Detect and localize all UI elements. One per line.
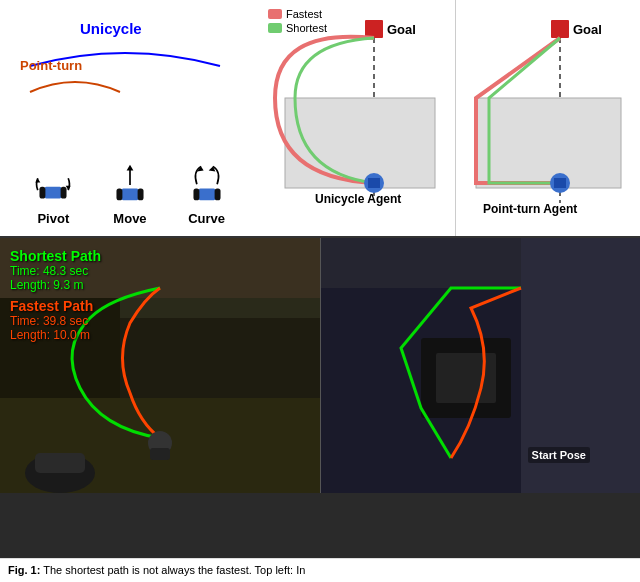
caption-text: The shortest path is not always the fast… (43, 564, 305, 576)
photo-right-svg (321, 238, 640, 493)
svg-text:Point-turn Agent: Point-turn Agent (483, 202, 577, 216)
svg-rect-37 (35, 453, 85, 473)
svg-rect-11 (193, 188, 199, 200)
curve-arrows-icon (185, 163, 229, 207)
left-diagram: Unicycle Point-turn (0, 0, 260, 236)
svg-rect-5 (122, 188, 139, 200)
svg-rect-42 (436, 353, 496, 403)
move-label: Move (113, 211, 146, 226)
pivot-label: Pivot (37, 211, 69, 226)
unicycle-diagram-svg: Goal Unicycle Agent (265, 8, 450, 208)
pivot-arrows-icon (31, 163, 75, 207)
caption: Fig. 1: The shortest path is not always … (0, 558, 640, 582)
move-arrows-icon (108, 163, 152, 207)
shortest-legend-label: Shortest (286, 22, 327, 34)
photo-left: Shortest Path Time: 48.3 sec Length: 9.3… (0, 238, 320, 493)
svg-rect-25 (476, 98, 621, 188)
svg-rect-22 (551, 20, 569, 38)
svg-rect-7 (138, 188, 144, 200)
shortest-time-label: Time: 48.3 sec (10, 264, 101, 278)
svg-rect-27 (554, 178, 566, 188)
start-pose-label: Start Pose (528, 447, 590, 463)
curve-label: Curve (188, 211, 225, 226)
right-diagram: Goal Point-turn Agent (455, 0, 640, 236)
svg-rect-18 (285, 98, 435, 188)
photo-right: Start Pose (320, 238, 640, 493)
move-icon-item: Move (108, 163, 152, 226)
svg-text:Goal: Goal (387, 22, 416, 37)
svg-rect-35 (150, 448, 170, 460)
svg-rect-20 (368, 178, 380, 188)
svg-rect-15 (365, 20, 383, 38)
middle-diagram: Fastest Shortest Goal (260, 0, 455, 236)
legend-box: Fastest Shortest (268, 8, 327, 34)
svg-rect-1 (40, 187, 46, 199)
fastest-color (268, 9, 282, 19)
svg-text:Unicycle Agent: Unicycle Agent (315, 192, 401, 206)
brace-container: Unicycle Point-turn (10, 20, 250, 98)
pointturn-brace-svg (25, 70, 125, 95)
unicycle-label: Unicycle (80, 20, 142, 37)
legend-fastest: Fastest (268, 8, 327, 20)
svg-rect-10 (198, 188, 215, 200)
icons-row: Pivot Move (15, 163, 245, 226)
fastest-path-label: Fastest Path (10, 298, 101, 314)
shortest-color (268, 23, 282, 33)
curve-icon-item: Curve (185, 163, 229, 226)
svg-marker-9 (127, 165, 134, 171)
main-container: Unicycle Point-turn (0, 0, 640, 582)
fastest-legend-label: Fastest (286, 8, 322, 20)
pivot-icon-item: Pivot (31, 163, 75, 226)
path-labels: Shortest Path Time: 48.3 sec Length: 9.3… (10, 248, 101, 342)
svg-rect-2 (61, 187, 67, 199)
shortest-path-label: Shortest Path (10, 248, 101, 264)
svg-marker-4 (36, 178, 41, 182)
svg-rect-6 (116, 188, 122, 200)
top-section: Unicycle Point-turn (0, 0, 640, 238)
shortest-length-label: Length: 9.3 m (10, 278, 101, 292)
svg-text:Goal: Goal (573, 22, 602, 37)
pointturn-diagram-svg: Goal Point-turn Agent (461, 8, 636, 218)
bottom-section: Shortest Path Time: 48.3 sec Length: 9.3… (0, 238, 640, 582)
svg-rect-0 (45, 187, 62, 199)
legend-shortest: Shortest (268, 22, 327, 34)
fastest-time-label: Time: 39.8 sec (10, 314, 101, 328)
caption-fig: Fig. 1: (8, 564, 40, 576)
svg-rect-12 (214, 188, 220, 200)
fastest-length-label: Length: 10.0 m (10, 328, 101, 342)
